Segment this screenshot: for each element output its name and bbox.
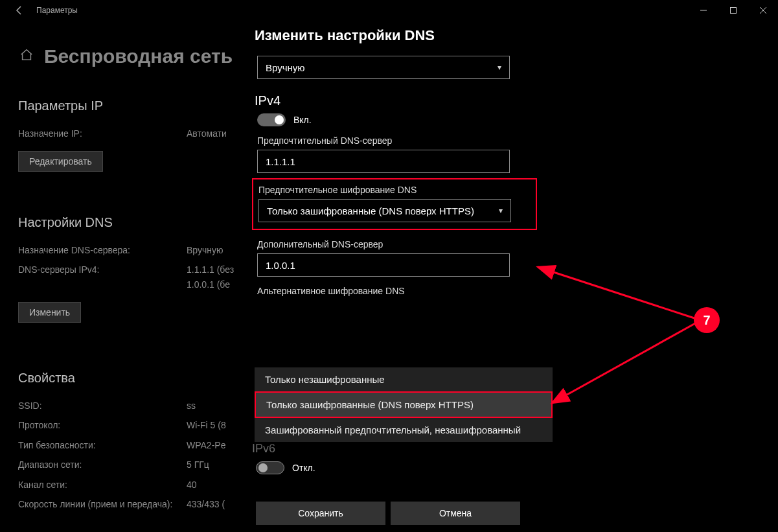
alt-dns-label: Дополнительный DNS-сервер bbox=[257, 239, 541, 249]
alt-enc-dropdown: Только незашифрованные Только зашифрован… bbox=[255, 367, 553, 442]
ipv4-toggle[interactable] bbox=[257, 113, 286, 126]
pref-dns-value: 1.1.1.1 bbox=[266, 156, 295, 167]
ip-heading: Параметры IP bbox=[18, 98, 227, 113]
dialog-title: Изменить настройки DNS bbox=[255, 27, 541, 44]
save-button[interactable]: Сохранить bbox=[256, 502, 385, 525]
pref-dns-input[interactable]: 1.1.1.1 bbox=[257, 150, 510, 173]
prop-label: Диапазон сети: bbox=[18, 457, 187, 472]
prop-value: 5 ГГц bbox=[187, 457, 209, 472]
pref-encryption-highlight: Предпочтительное шифрование DNS Только з… bbox=[252, 178, 537, 230]
maximize-button[interactable] bbox=[718, 0, 748, 21]
annotation-badge: 7 bbox=[694, 307, 720, 333]
ip-assign-value: Автомати bbox=[187, 126, 227, 141]
ipv6-heading: IPv6 bbox=[252, 442, 275, 456]
dropdown-option[interactable]: Зашифрованный предпочтительный, незашифр… bbox=[255, 418, 553, 442]
close-button[interactable] bbox=[748, 0, 778, 21]
dns-ipv4-value2: 1.0.0.1 (бе bbox=[187, 277, 234, 292]
prop-label: Тип безопасности: bbox=[18, 438, 187, 452]
properties-section: Свойства SSID:ss Протокол:Wi-Fi 5 (8 Тип… bbox=[18, 371, 226, 516]
dns-edit-button[interactable]: Изменить bbox=[18, 302, 81, 323]
page-header: Беспроводная сеть bbox=[19, 45, 233, 67]
window-title: Параметры bbox=[36, 6, 78, 15]
chevron-down-icon: ▾ bbox=[499, 206, 503, 215]
pref-enc-label: Предпочтительное шифрование DNS bbox=[258, 185, 531, 195]
ip-assign-label: Назначение IP: bbox=[18, 126, 187, 141]
dns-ipv4-value1: 1.1.1.1 (без bbox=[187, 262, 234, 277]
prop-value: 433/433 ( bbox=[187, 497, 225, 511]
prop-label: SSID: bbox=[18, 399, 187, 413]
alt-enc-label: Альтернативное шифрование DNS bbox=[257, 286, 541, 296]
ipv4-toggle-label: Вкл. bbox=[293, 115, 312, 125]
alt-dns-value: 1.0.0.1 bbox=[266, 260, 295, 271]
titlebar: Параметры bbox=[0, 0, 778, 21]
ipv6-toggle-label: Откл. bbox=[292, 463, 315, 473]
svg-line-5 bbox=[538, 267, 696, 319]
svg-line-6 bbox=[552, 323, 696, 403]
props-heading: Свойства bbox=[18, 371, 226, 386]
pref-enc-value: Только зашифрованные (DNS поверх HTTPS) bbox=[267, 205, 474, 216]
pref-enc-select[interactable]: Только зашифрованные (DNS поверх HTTPS) … bbox=[258, 199, 511, 222]
dns-assign-label: Назначение DNS-сервера: bbox=[18, 243, 187, 257]
dropdown-option[interactable]: Только незашифрованные bbox=[255, 367, 553, 391]
prop-label: Скорость линии (прием и передача): bbox=[18, 497, 187, 511]
ip-section: Параметры IP Назначение IP: Автомати Ред… bbox=[18, 98, 227, 172]
ip-edit-button[interactable]: Редактировать bbox=[18, 151, 103, 172]
prop-label: Протокол: bbox=[18, 418, 187, 432]
svg-rect-1 bbox=[731, 8, 737, 14]
back-button[interactable] bbox=[8, 0, 31, 21]
prop-value: Wi-Fi 5 (8 bbox=[187, 418, 226, 432]
prop-label: Канал сети: bbox=[18, 478, 187, 492]
minimize-button[interactable] bbox=[689, 0, 718, 21]
dns-section: Настройки DNS Назначение DNS-сервера: Вр… bbox=[18, 215, 234, 323]
dns-mode-select[interactable]: Вручную ▾ bbox=[257, 56, 510, 79]
home-icon[interactable] bbox=[19, 48, 34, 65]
prop-value: ss bbox=[187, 399, 196, 413]
prop-value: WPA2-Pe bbox=[187, 438, 225, 452]
ipv4-heading: IPv4 bbox=[255, 93, 541, 108]
ipv6-toggle[interactable] bbox=[256, 461, 284, 474]
dns-heading: Настройки DNS bbox=[18, 215, 234, 230]
cancel-button[interactable]: Отмена bbox=[391, 502, 520, 525]
dns-mode-value: Вручную bbox=[266, 62, 305, 73]
dns-assign-value: Вручную bbox=[187, 243, 223, 257]
page-title: Беспроводная сеть bbox=[44, 45, 233, 67]
dns-ipv4-label: DNS-серверы IPv4: bbox=[18, 262, 187, 292]
dns-dialog: Изменить настройки DNS Вручную ▾ IPv4 Вк… bbox=[246, 21, 556, 532]
alt-dns-input[interactable]: 1.0.0.1 bbox=[257, 253, 510, 277]
pref-dns-label: Предпочтительный DNS-сервер bbox=[257, 135, 541, 146]
prop-value: 40 bbox=[187, 478, 197, 492]
dropdown-option-selected[interactable]: Только зашифрованные (DNS поверх HTTPS) bbox=[255, 391, 553, 418]
window-controls bbox=[689, 0, 778, 21]
chevron-down-icon: ▾ bbox=[498, 63, 501, 72]
